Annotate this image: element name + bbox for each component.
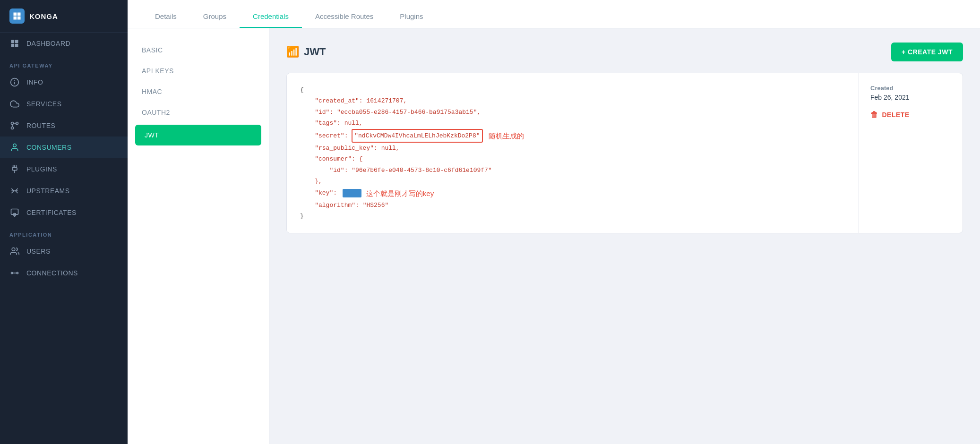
sidebar-item-routes[interactable]: ROUTES	[0, 115, 128, 137]
code-key-line: "key": 这个就是刚才写的key	[300, 187, 845, 200]
secret-value: "ndCkvCMDw4IVhcaLmLELhJebKzkDo2P8"	[352, 129, 482, 143]
tab-groups[interactable]: Groups	[190, 4, 240, 28]
svg-rect-2	[11, 44, 15, 47]
svg-rect-1	[15, 40, 18, 43]
tab-accessible-routes[interactable]: Accessible Routes	[302, 4, 387, 28]
arrows-icon	[9, 186, 20, 196]
code-algorithm: "algorithm": "HS256"	[300, 200, 845, 211]
svg-point-10	[13, 144, 17, 147]
sidebar-item-label: UPSTREAMS	[26, 187, 70, 195]
sidebar-item-info[interactable]: INFO	[0, 71, 128, 93]
tab-details[interactable]: Details	[142, 4, 190, 28]
sidebar-item-label: PLUGINS	[26, 165, 57, 173]
sidebar-item-users[interactable]: USERS	[0, 240, 128, 262]
created-date: Feb 26, 2021	[870, 94, 951, 101]
svg-point-6	[14, 80, 15, 81]
svg-point-8	[11, 127, 14, 129]
sidebar-item-services[interactable]: SERVICES	[0, 93, 128, 115]
create-jwt-button[interactable]: + CREATE JWT	[891, 43, 963, 61]
code-brace-open: {	[300, 85, 845, 95]
code-brace-close: }	[300, 211, 845, 222]
cred-item-jwt[interactable]: JWT	[135, 125, 261, 145]
svg-rect-11	[12, 168, 17, 171]
users-icon	[9, 246, 20, 256]
main-panel: 📶 JWT + CREATE JWT { "created_at": 16142…	[269, 28, 980, 444]
sidebar-item-label: CERTIFICATES	[26, 209, 77, 216]
code-consumer-id: "id": "96e7b6fe-e040-4573-8c10-c6fd61e10…	[300, 165, 845, 176]
sidebar-item-label: SERVICES	[26, 100, 62, 108]
sidebar-item-label: INFO	[26, 78, 43, 86]
cred-item-api-keys[interactable]: API KEYS	[128, 60, 269, 81]
sidebar-item-dashboard[interactable]: DASHBOARD	[0, 33, 128, 54]
svg-point-15	[11, 272, 13, 273]
cloud-icon	[9, 99, 20, 109]
sidebar-item-label: CONSUMERS	[26, 144, 72, 151]
cred-item-hmac[interactable]: HMAC	[128, 81, 269, 102]
sidebar-item-label: USERS	[26, 248, 51, 255]
key-selection-highlight	[343, 189, 361, 197]
annotation-key: 这个就是刚才写的key	[366, 187, 434, 200]
sidebar-item-connections[interactable]: CONNECTIONS	[0, 262, 128, 284]
sidebar-item-consumers[interactable]: CONSUMERS	[0, 137, 128, 158]
code-consumer-open: "consumer": {	[300, 154, 845, 164]
user-icon	[9, 142, 20, 153]
sidebar-item-plugins[interactable]: PLUGINS	[0, 158, 128, 180]
connections-icon	[9, 268, 20, 278]
jwt-title: 📶 JWT	[286, 46, 326, 58]
logo-text: KONGA	[29, 12, 58, 20]
sidebar-item-label: DASHBOARD	[26, 40, 70, 47]
trash-icon: 🗑	[870, 111, 878, 119]
tab-plugins[interactable]: Plugins	[387, 4, 436, 28]
svg-point-7	[11, 122, 14, 125]
svg-rect-0	[11, 40, 15, 43]
annotation-random: 随机生成的	[489, 129, 524, 142]
plug-icon	[9, 164, 20, 174]
svg-point-16	[17, 272, 18, 273]
sidebar-logo: KONGA	[0, 0, 128, 33]
sidebar-item-upstreams[interactable]: UPSTREAMS	[0, 180, 128, 202]
main-content: Details Groups Credentials Accessible Ro…	[128, 0, 980, 444]
code-consumer-close: },	[300, 176, 845, 187]
branch-icon	[9, 120, 20, 131]
tabs-bar: Details Groups Credentials Accessible Ro…	[128, 0, 980, 28]
fingerprint-icon: 📶	[286, 46, 299, 58]
delete-jwt-button[interactable]: 🗑 DELETE	[870, 111, 951, 119]
code-created-at: "created_at": 1614271707,	[300, 95, 845, 106]
jwt-info-panel: Created Feb 26, 2021 🗑 DELETE	[859, 73, 963, 233]
logo-icon	[9, 9, 25, 24]
code-rsa: "rsa_public_key": null,	[300, 143, 845, 154]
jwt-code-block: { "created_at": 1614271707, "id": "eccba…	[287, 73, 859, 233]
credentials-sidebar: BASIC API KEYS HMAC OAUTH2 JWT	[128, 28, 269, 444]
jwt-header: 📶 JWT + CREATE JWT	[286, 43, 963, 61]
sidebar-section-api-gateway: API GATEWAY	[0, 54, 128, 71]
jwt-card: { "created_at": 1614271707, "id": "eccba…	[286, 73, 963, 233]
code-tags: "tags": null,	[300, 118, 845, 128]
code-id: "id": "eccba055-e286-4157-b466-ba9175a3a…	[300, 107, 845, 118]
grid-icon	[9, 38, 20, 49]
sidebar-item-certificates[interactable]: CERTIFICATES	[0, 202, 128, 223]
code-secret: "secret": "ndCkvCMDw4IVhcaLmLELhJebKzkDo…	[300, 129, 845, 143]
cred-item-oauth2[interactable]: OAUTH2	[128, 102, 269, 123]
sidebar-item-label: CONNECTIONS	[26, 269, 78, 277]
sidebar-section-application: APPLICATION	[0, 223, 128, 240]
svg-rect-3	[15, 44, 18, 47]
svg-point-14	[12, 248, 15, 251]
cert-icon	[9, 207, 20, 218]
cred-item-basic[interactable]: BASIC	[128, 40, 269, 60]
sidebar: KONGA DASHBOARD API GATEWAY INFO SERVICE…	[0, 0, 128, 444]
sidebar-item-label: ROUTES	[26, 122, 55, 129]
created-label: Created	[870, 85, 951, 92]
content-area: BASIC API KEYS HMAC OAUTH2 JWT 📶 JWT + C…	[128, 28, 980, 444]
info-icon	[9, 77, 20, 87]
tab-credentials[interactable]: Credentials	[240, 4, 302, 28]
